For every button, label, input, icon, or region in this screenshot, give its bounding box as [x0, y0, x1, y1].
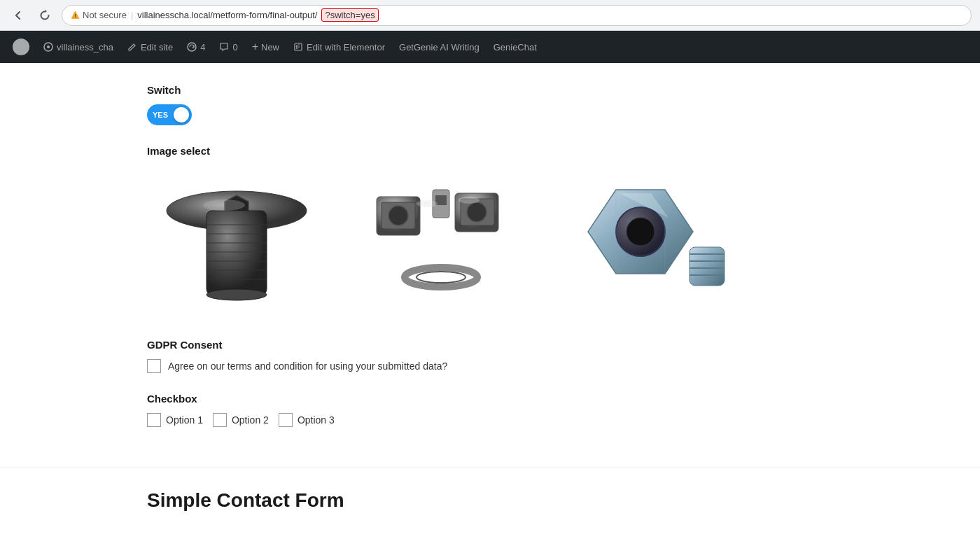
comments-item[interactable]: 0 — [212, 31, 244, 63]
image-select-section: Image select — [147, 145, 980, 319]
image-select-label: Image select — [147, 145, 980, 157]
page-content: Switch YES Image select — [0, 63, 980, 468]
checkbox-item-1: Option 1 — [147, 413, 203, 427]
edit-site-item[interactable]: Edit site — [120, 31, 180, 63]
toggle-yes-label: YES — [153, 111, 168, 119]
svg-point-36 — [626, 218, 654, 246]
refresh-button[interactable] — [35, 6, 55, 25]
svg-text:!: ! — [74, 13, 76, 18]
warning-icon: ! — [71, 10, 80, 20]
svg-point-27 — [467, 202, 486, 222]
image-option-1[interactable] — [147, 165, 329, 319]
site-icon — [43, 42, 53, 52]
back-button[interactable] — [8, 6, 28, 25]
image-option-2[interactable] — [350, 165, 532, 319]
switch-section: Switch YES — [147, 84, 980, 125]
checkbox-3[interactable] — [279, 413, 293, 427]
url-param-highlight: ?switch=yes — [321, 8, 378, 22]
checkbox-3-label: Option 3 — [298, 414, 335, 426]
gdpr-label: GDPR Consent — [147, 339, 980, 351]
comments-icon — [219, 42, 229, 52]
bolt2-image — [357, 169, 525, 316]
svg-point-30 — [405, 267, 477, 287]
plus-icon: + — [252, 41, 258, 53]
new-item[interactable]: + New — [245, 31, 286, 63]
svg-point-24 — [388, 206, 408, 225]
checkbox-2-label: Option 2 — [232, 414, 269, 426]
svg-point-31 — [416, 272, 465, 283]
image-option-3[interactable] — [553, 165, 735, 319]
checkbox-section-label: Checkbox — [147, 393, 980, 405]
image-select-area — [147, 165, 980, 319]
switch-label: Switch — [147, 84, 980, 96]
checkbox-group: Option 1 Option 2 Option 3 — [147, 413, 980, 427]
checkbox-1[interactable] — [147, 413, 161, 427]
geniechat-item[interactable]: GenieChat — [486, 31, 544, 63]
site-name-item[interactable]: villainess_cha — [36, 31, 120, 63]
checkbox-2[interactable] — [213, 413, 227, 427]
url-base: villainesscha.local/metform-form/final-o… — [137, 10, 317, 20]
wp-logo-item[interactable]: W — [6, 31, 36, 63]
browser-chrome: ! Not secure | villainesscha.local/metfo… — [0, 0, 980, 31]
toggle-wrapper: YES — [147, 104, 980, 125]
address-bar[interactable]: ! Not secure | villainesscha.local/metfo… — [62, 5, 972, 26]
toggle-switch[interactable]: YES — [147, 104, 192, 125]
updates-icon — [187, 42, 197, 52]
checkbox-item-3: Option 3 — [279, 413, 335, 427]
not-secure-indicator: ! Not secure — [71, 10, 127, 20]
toggle-knob — [174, 107, 189, 122]
bolt3-image — [560, 169, 728, 316]
gdpr-section: GDPR Consent Agree on our terms and cond… — [147, 339, 980, 373]
svg-point-20 — [206, 289, 267, 300]
bolt1-image — [154, 169, 322, 316]
svg-text:W: W — [18, 43, 24, 51]
svg-point-32 — [416, 200, 438, 207]
svg-rect-12 — [206, 211, 267, 295]
svg-point-5 — [188, 43, 196, 51]
checkbox-item-2: Option 2 — [213, 413, 269, 427]
simple-contact-form-title: Simple Contact Form — [147, 489, 980, 512]
svg-point-4 — [47, 46, 50, 48]
svg-rect-37 — [690, 247, 724, 286]
svg-point-33 — [458, 197, 479, 204]
gdpr-checkbox[interactable] — [147, 359, 161, 373]
updates-item[interactable]: 4 — [180, 31, 212, 63]
svg-point-21 — [203, 200, 245, 211]
page-footer-section: Simple Contact Form — [0, 468, 980, 526]
checkbox-section: Checkbox Option 1 Option 2 Option 3 — [147, 393, 980, 427]
getgenie-item[interactable]: GetGenie AI Writing — [392, 31, 486, 63]
url-separator: | — [131, 10, 133, 20]
gdpr-checkbox-wrapper: Agree on our terms and condition for usi… — [147, 359, 980, 373]
gdpr-checkbox-label: Agree on our terms and condition for usi… — [168, 360, 447, 372]
wp-logo-icon: W — [13, 38, 29, 55]
wp-admin-bar: W villainess_cha Edit site 4 0 + New — [0, 31, 980, 63]
elementor-icon — [293, 42, 303, 52]
edit-site-icon — [127, 42, 137, 52]
edit-elementor-item[interactable]: Edit with Elementor — [286, 31, 392, 63]
checkbox-1-label: Option 1 — [166, 414, 203, 426]
